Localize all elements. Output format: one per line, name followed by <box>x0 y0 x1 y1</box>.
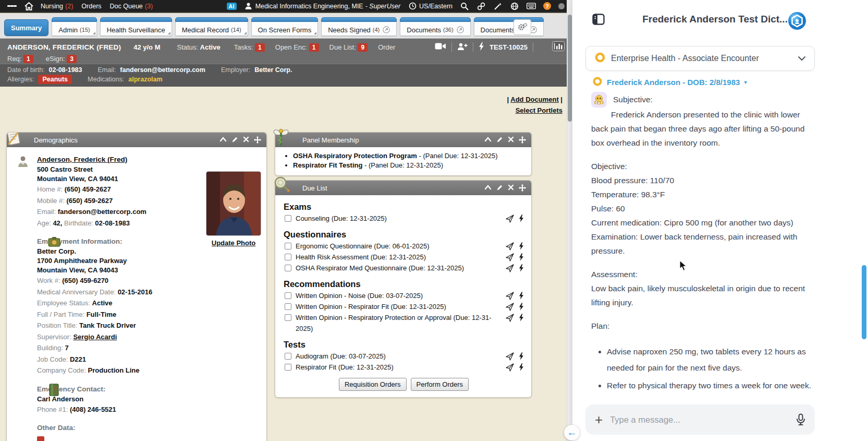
due-item-checkbox[interactable] <box>285 243 291 249</box>
perform-now-bolt-icon[interactable] <box>519 314 524 322</box>
assistant-logo[interactable] <box>788 11 806 30</box>
chart-tab-bar: Summary Admin (15) Health Surveillanc <box>0 14 572 39</box>
order-link[interactable]: Order <box>378 43 395 51</box>
edit-portlet-icon[interactable] <box>496 136 503 144</box>
send-requisition-icon[interactable] <box>506 352 514 361</box>
send-requisition-icon[interactable] <box>506 292 514 300</box>
link-icon[interactable] <box>476 2 486 11</box>
due-list-count-badge[interactable]: 9 <box>358 43 368 52</box>
flowsheet-chart-icon[interactable] <box>552 41 565 53</box>
perform-now-bolt-icon[interactable] <box>519 363 524 372</box>
add-document-link[interactable]: Add Document <box>510 96 558 103</box>
update-photo-link[interactable]: Update Photo <box>212 239 256 247</box>
chart-tab[interactable]: Needs Signed (4) <box>321 17 397 36</box>
open-in-new-icon[interactable] <box>457 26 464 33</box>
due-list-action-button[interactable]: Perform Orders <box>411 378 469 391</box>
top-nav-item[interactable]: Orders <box>81 3 101 10</box>
encounter-selector[interactable]: Enterprise Health - Associate Encounter <box>585 46 815 71</box>
chart-tab[interactable]: Medical Record (14) <box>175 17 248 36</box>
attach-plus-button[interactable]: + <box>595 413 603 426</box>
perform-now-bolt-icon[interactable] <box>519 264 524 272</box>
due-item-checkbox[interactable] <box>285 265 291 271</box>
perform-now-bolt-icon[interactable] <box>519 242 524 251</box>
open-in-new-icon[interactable] <box>383 26 390 33</box>
due-item-checkbox[interactable] <box>285 353 291 360</box>
send-requisition-icon[interactable] <box>506 363 514 372</box>
perform-now-bolt-icon[interactable] <box>519 253 524 261</box>
send-requisition-icon[interactable] <box>506 314 514 322</box>
add-person-icon[interactable] <box>457 42 468 52</box>
due-list-header[interactable]: Due List <box>275 181 531 195</box>
send-requisition-icon[interactable] <box>506 303 514 311</box>
ai-badge[interactable]: AI <box>227 3 237 10</box>
chart-tab[interactable]: Admin (15) <box>52 17 96 36</box>
send-requisition-icon[interactable] <box>506 253 514 261</box>
chart-tab[interactable]: Summary <box>4 19 48 36</box>
expand-panel-arrow-button[interactable]: ← <box>564 425 580 440</box>
keyboard-icon[interactable] <box>527 2 536 11</box>
select-portlets-link[interactable]: Select Portlets <box>516 106 563 114</box>
open-enc-count-badge[interactable]: 1 <box>309 43 319 52</box>
telehealth-camera-icon[interactable] <box>435 42 446 52</box>
collapse-portlet-icon[interactable] <box>219 136 227 144</box>
medications-value[interactable]: alprazolam <box>128 76 162 83</box>
due-item-checkbox[interactable] <box>285 292 291 299</box>
assistant-scrollbar-thumb[interactable] <box>862 265 866 339</box>
perform-now-bolt-icon[interactable] <box>519 292 524 300</box>
send-requisition-icon[interactable] <box>506 264 514 272</box>
scrollbar-thumb[interactable] <box>568 15 572 122</box>
chart-tab[interactable]: On Screen Forms <box>251 17 319 36</box>
close-portlet-icon[interactable] <box>508 184 514 192</box>
collapse-portlet-icon[interactable] <box>484 136 492 144</box>
left-panel-scrollbar[interactable] <box>567 0 572 441</box>
due-item-checkbox[interactable] <box>285 254 291 260</box>
edit-portlet-icon[interactable] <box>231 136 238 144</box>
due-item-checkbox[interactable] <box>285 364 291 371</box>
allergy-chip[interactable]: Peanuts <box>38 75 72 84</box>
perform-now-bolt-icon[interactable] <box>519 352 524 361</box>
chart-tab[interactable]: Health Surveillance <box>100 17 172 36</box>
move-portlet-icon[interactable] <box>519 184 526 192</box>
perform-now-bolt-icon[interactable] <box>519 214 524 223</box>
patient-context-dropdown[interactable]: Frederick Anderson - DOB: 2/8/1983 ▾ <box>592 76 747 88</box>
current-user[interactable]: Medical Informatics Engineering, MIE - S… <box>244 2 400 11</box>
tasks-label: Tasks: <box>234 43 253 51</box>
chart-tab[interactable]: Documents (36) <box>400 17 470 36</box>
due-item-checkbox[interactable] <box>285 215 291 222</box>
globe-icon[interactable] <box>510 2 519 11</box>
quick-action-bolt-icon[interactable] <box>479 42 484 52</box>
timezone-indicator[interactable]: US/Eastern <box>408 2 453 11</box>
move-portlet-icon[interactable] <box>254 136 261 144</box>
esign-count-badge[interactable]: 3 <box>67 55 77 63</box>
microphone-icon[interactable] <box>796 413 805 426</box>
edit-portlet-icon[interactable] <box>496 184 503 192</box>
move-portlet-icon[interactable] <box>519 136 526 144</box>
top-nav-item[interactable]: Nursing (2) <box>41 3 73 10</box>
search-icon[interactable] <box>460 2 469 11</box>
send-requisition-icon[interactable] <box>506 214 514 223</box>
perform-now-bolt-icon[interactable] <box>519 303 524 311</box>
close-portlet-icon[interactable] <box>243 136 249 144</box>
send-requisition-icon[interactable] <box>506 242 514 251</box>
close-portlet-icon[interactable] <box>508 136 514 144</box>
req-count-badge[interactable]: 1 <box>23 55 33 63</box>
tab-settings-gear-button[interactable] <box>514 19 531 35</box>
home-icon[interactable] <box>24 2 33 11</box>
top-nav-item[interactable]: Doc Queue (3) <box>110 3 153 10</box>
magic-wand-icon[interactable] <box>493 2 503 11</box>
session-title-dropdown[interactable]: Frederick Anderson Test Dict...▼ <box>572 14 868 25</box>
collapse-portlet-icon[interactable] <box>484 184 492 192</box>
message-input[interactable] <box>610 415 789 425</box>
tab-label: Summary <box>11 24 42 32</box>
help-icon[interactable]: ? <box>543 2 551 10</box>
patient-name-link[interactable]: Anderson, Frederick (Fred) <box>37 154 127 165</box>
due-item-checkbox[interactable] <box>285 303 291 310</box>
demographics-portlet-header[interactable]: Demographics <box>7 133 266 147</box>
tasks-count-badge[interactable]: 1 <box>255 43 265 52</box>
chart-tab[interactable]: Documents-DV <box>474 17 544 36</box>
panel-membership-header[interactable]: Panel Membership <box>275 133 531 147</box>
octopus-avatar <box>591 92 607 108</box>
due-item-checkbox[interactable] <box>285 314 291 321</box>
hamburger-menu-icon[interactable] <box>7 2 17 11</box>
due-list-action-button[interactable]: Requisition Orders <box>339 378 407 391</box>
